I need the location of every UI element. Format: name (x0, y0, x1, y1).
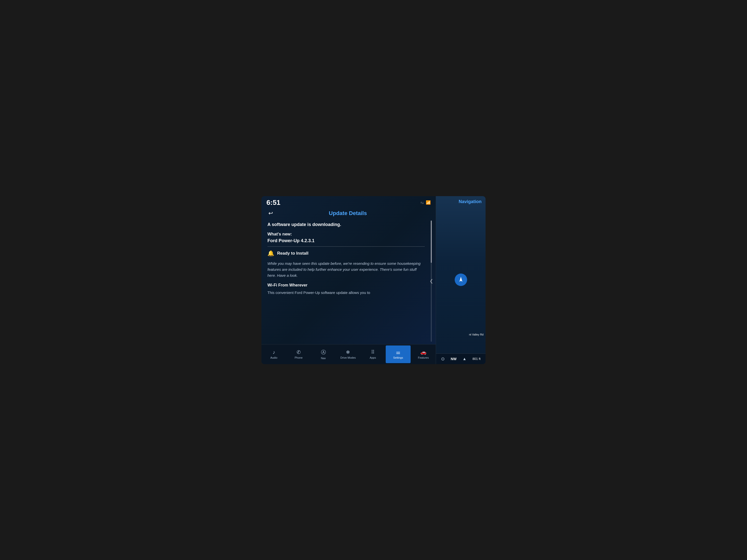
apps-icon: ⠿ (371, 349, 375, 355)
features-label: Features (418, 356, 429, 359)
audio-label: Audio (271, 356, 277, 359)
nav-road-label: nt Valley Rd (438, 333, 484, 336)
feature-desc: This convenient Ford Power-Up software u… (267, 290, 425, 296)
nav-item-apps[interactable]: ⠿ Apps (361, 344, 385, 364)
nav-item-audio[interactable]: ♪ Audio (261, 344, 286, 364)
divider (267, 246, 425, 247)
nav-panel-title: Navigation (436, 196, 486, 206)
nav-item-settings[interactable]: ⚌ Settings (386, 345, 410, 363)
nav-label: Nav (321, 357, 326, 359)
nav-direction: NW (451, 357, 457, 361)
screen: 6:51 ↑↓ 📶 ↩ Update Details A software up… (261, 196, 486, 364)
main-panel: 6:51 ↑↓ 📶 ↩ Update Details A software up… (261, 196, 436, 364)
status-bar: 6:51 ↑↓ 📶 (261, 196, 436, 208)
clock: 6:51 (266, 198, 280, 207)
compass-icon: ⊙ (441, 356, 445, 362)
downloading-text: A software update is downloading. (267, 222, 425, 227)
apps-label: Apps (370, 356, 376, 359)
content-area: A software update is downloading. What's… (261, 218, 436, 344)
right-panel: Navigation nt Valley Rd ⊙ NW ▲ 801 ft (436, 196, 486, 364)
scroll-arrow: ❮ (430, 278, 433, 284)
ready-install-row: 🔔 Ready to Install (267, 250, 425, 257)
settings-label: Settings (393, 356, 403, 359)
feature-title: Wi-Fi From Wherever (267, 283, 425, 288)
drive-modes-icon: ❄ (346, 349, 350, 355)
status-icons: ↑↓ 📶 (420, 200, 431, 205)
nav-item-drive-modes[interactable]: ❄ Drive Modes (336, 344, 360, 364)
whats-new-label: What's new: (267, 232, 425, 237)
phone-label: Phone (294, 356, 303, 359)
signal-icon: ↑↓ (420, 201, 424, 205)
features-icon: 🚗 (420, 349, 427, 355)
svg-marker-0 (459, 277, 462, 282)
nav-distance: 801 ft (472, 357, 481, 361)
title-row: ↩ Update Details (261, 208, 436, 218)
back-button[interactable]: ↩ (266, 209, 275, 217)
nav-panel-map[interactable]: nt Valley Rd (436, 206, 486, 353)
update-name: Ford Power-Up 4.2.3.1 (267, 238, 425, 243)
nav-bar: ♪ Audio ✆ Phone Ⓐ Nav ❄ Drive Modes ⠿ Ap… (261, 344, 436, 364)
mountain-icon: ▲ (462, 357, 466, 361)
scroll-thumb (431, 220, 432, 263)
nav-item-features[interactable]: 🚗 Features (411, 344, 436, 364)
nav-icon: Ⓐ (321, 349, 326, 356)
description-text: While you may have seen this update befo… (267, 261, 425, 278)
content-text: A software update is downloading. What's… (267, 222, 430, 296)
page-title: Update Details (275, 210, 421, 216)
drive-modes-label: Drive Modes (340, 356, 356, 359)
bell-icon: 🔔 (267, 250, 274, 257)
wifi-icon: 📶 (426, 200, 431, 205)
nav-item-nav[interactable]: Ⓐ Nav (311, 344, 336, 364)
phone-icon: ✆ (297, 349, 301, 355)
ready-install-text: Ready to Install (277, 251, 309, 256)
map-marker-icon (455, 273, 467, 286)
nav-panel-footer: ⊙ NW ▲ 801 ft (436, 353, 486, 364)
settings-icon: ⚌ (396, 349, 401, 355)
audio-icon: ♪ (273, 349, 275, 355)
nav-panel-content: Navigation nt Valley Rd ⊙ NW ▲ 801 ft (436, 196, 486, 364)
nav-item-phone[interactable]: ✆ Phone (286, 344, 311, 364)
